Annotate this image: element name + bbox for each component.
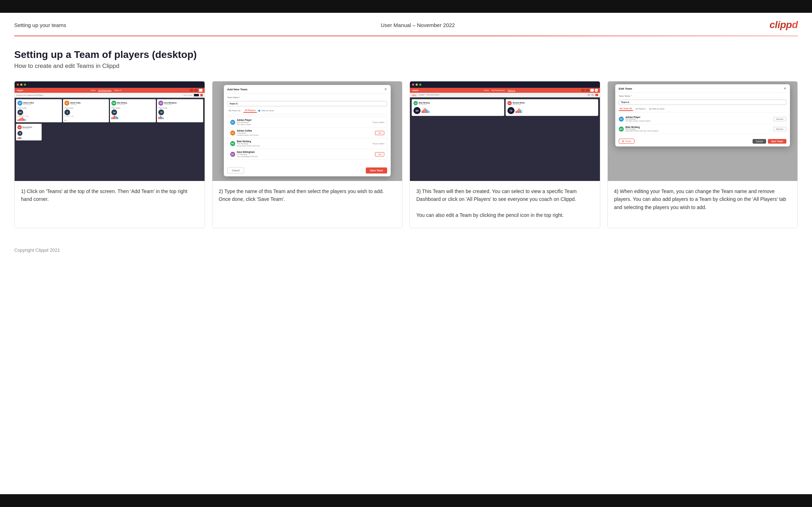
player-item-4: DB Dave Billingham 1.5 HandicapThe Gog M… bbox=[228, 149, 387, 159]
add-team-modal-screenshot: Add New Team ✕ Team Name * My Team (2) A… bbox=[212, 81, 402, 181]
header-center-text: User Manual – November 2022 bbox=[381, 22, 455, 28]
add-player-btn-2[interactable]: Add bbox=[375, 131, 384, 135]
team-name-label: Team Name * bbox=[227, 96, 387, 98]
edit-team-modal-screenshot: Edit Team ✕ Team Name * My Team (2) All … bbox=[608, 81, 798, 181]
player-club-3: Plus HandicapRoyal North Devon Golf Club bbox=[237, 143, 260, 147]
edit-modal-title: Edit Team bbox=[619, 87, 632, 90]
save-team-button-edit[interactable]: Save Team bbox=[768, 139, 786, 144]
player-avatar-2: AC bbox=[230, 130, 235, 135]
step-card-1: clippd Home My Performance Teams ▼ bbox=[14, 81, 205, 228]
edit-team-modal-box: Edit Team ✕ Team Name * My Team (2) All … bbox=[615, 84, 790, 146]
footer: Copyright Clippd 2021 bbox=[0, 242, 812, 258]
step-screenshot-4: Edit Team ✕ Team Name * My Team (2) All … bbox=[608, 81, 798, 181]
dashboard-screenshot: clippd Home My Performance Teams ▼ bbox=[15, 81, 205, 181]
edit-cancel-button[interactable]: Cancel bbox=[753, 139, 766, 144]
copyright-text: Copyright Clippd 2021 bbox=[14, 247, 60, 253]
top-bar bbox=[0, 0, 812, 13]
player-avatar-4: DB bbox=[230, 152, 235, 157]
bottom-bar bbox=[0, 494, 812, 507]
edit-player-item-1: AP Adrian Player Plus HandicapThe Shire … bbox=[619, 114, 786, 124]
modal-close-icon[interactable]: ✕ bbox=[384, 88, 387, 91]
player-avatar-1: AP bbox=[230, 120, 235, 125]
edit-player-name-1: Adrian Player bbox=[626, 116, 650, 118]
modal-footer: Cancel Save Team bbox=[224, 165, 391, 176]
page-subtitle: How to create and edit Teams in Clippd bbox=[14, 63, 798, 70]
edit-player-info-1: Plus HandicapThe Shire London, United Ki… bbox=[626, 118, 650, 122]
player-name-4: Dave Billingham bbox=[237, 151, 258, 153]
team-name-input[interactable] bbox=[227, 101, 387, 106]
tab-my-team[interactable]: My Team (2) bbox=[227, 109, 242, 112]
edit-team-name-input[interactable] bbox=[619, 100, 786, 105]
edit-filter-label: Filter by name bbox=[652, 108, 664, 110]
player-avatar-3: BM bbox=[230, 141, 235, 146]
edit-player-avatar-2: BM bbox=[619, 127, 624, 132]
clippd-logo: clippd bbox=[770, 19, 798, 31]
player-club-4: 1.5 HandicapThe Gog Magog Golf Club bbox=[237, 153, 258, 158]
player-item-1: AP Adrian Player Plus HandicapThe Shire … bbox=[228, 117, 387, 128]
player-status-1: Player Added bbox=[373, 121, 384, 123]
steps-grid: clippd Home My Performance Teams ▼ bbox=[14, 81, 798, 228]
header: Setting up your teams User Manual – Nove… bbox=[0, 13, 812, 36]
step-card-3: clippd Home My Performance Teams ▼ bbox=[410, 81, 600, 228]
step-screenshot-2: Add New Team ✕ Team Name * My Team (2) A… bbox=[212, 81, 402, 181]
player-item-2: AC Adrian Coliba 1 HandicapCentral Londo… bbox=[228, 128, 387, 138]
edit-player-name-2: Blair McHarg bbox=[626, 126, 659, 128]
remove-player-btn-1[interactable]: Remove bbox=[773, 117, 786, 121]
filter-checkbox[interactable] bbox=[258, 110, 260, 112]
player-status-3: Player Added bbox=[373, 143, 384, 145]
team-dashboard-screenshot: clippd Home My Performance Teams ▼ bbox=[410, 81, 600, 181]
modal-tabs: My Team (2) All Players Filter by name bbox=[227, 108, 387, 114]
edit-player-avatar-1: AP bbox=[619, 117, 624, 122]
modal-body: Team Name * My Team (2) All Players Filt… bbox=[224, 94, 391, 165]
edit-modal-header: Edit Team ✕ bbox=[615, 84, 790, 92]
delete-label: Delete bbox=[625, 140, 631, 142]
step-card-2: Add New Team ✕ Team Name * My Team (2) A… bbox=[212, 81, 403, 228]
step-card-4: Edit Team ✕ Team Name * My Team (2) All … bbox=[607, 81, 798, 228]
edit-player-info-2: Plus HandicapRoyal North Devon Golf Club… bbox=[626, 128, 659, 132]
cancel-button[interactable]: Cancel bbox=[227, 167, 244, 174]
delete-team-button[interactable]: 🗑 Delete bbox=[619, 139, 634, 144]
edit-team-name-label: Team Name * bbox=[619, 95, 786, 97]
player-list: AP Adrian Player Plus HandicapThe Shire … bbox=[227, 117, 387, 160]
save-team-button[interactable]: Save Team bbox=[366, 167, 387, 174]
step-2-text: 2) Type the name of this Team and then s… bbox=[212, 181, 402, 228]
step-3-desc2: You can also edit a Team by clicking the… bbox=[416, 212, 564, 218]
modal-header: Add New Team ✕ bbox=[224, 85, 391, 94]
player-name-1: Adrian Player bbox=[237, 119, 252, 121]
filter-by-name: Filter by name bbox=[258, 110, 274, 112]
step-3-text: 3) This Team will then be created. You c… bbox=[410, 181, 600, 228]
edit-tab-my-team[interactable]: My Team (2) bbox=[619, 107, 633, 111]
page-title: Setting up a Team of players (desktop) bbox=[14, 49, 798, 60]
step-screenshot-1: clippd Home My Performance Teams ▼ bbox=[15, 81, 205, 181]
player-item-3: BM Blair McHarg Plus HandicapRoyal North… bbox=[228, 138, 387, 149]
edit-tab-all-players[interactable]: All Players bbox=[634, 107, 647, 111]
edit-modal-close-icon[interactable]: ✕ bbox=[784, 87, 786, 90]
main-content: Setting up a Team of players (desktop) H… bbox=[0, 36, 812, 242]
step-screenshot-3: clippd Home My Performance Teams ▼ bbox=[410, 81, 600, 181]
step-3-desc1: 3) This Team will then be created. You c… bbox=[416, 188, 577, 202]
step-1-text: 1) Click on 'Teams' at the top of the sc… bbox=[15, 181, 205, 228]
player-club-2: 1 HandicapCentral London Golf Centre bbox=[237, 132, 259, 136]
player-name-3: Blair McHarg bbox=[237, 140, 260, 143]
player-club-1: Plus HandicapThe Shire London bbox=[237, 121, 252, 126]
edit-modal-footer: 🗑 Delete Cancel Save Team bbox=[615, 137, 790, 146]
modal-title: Add New Team bbox=[227, 88, 248, 91]
edit-modal-tabs: My Team (2) All Players Filter by name bbox=[619, 107, 786, 112]
edit-modal-body: Team Name * My Team (2) All Players Filt… bbox=[615, 92, 790, 137]
trash-icon: 🗑 bbox=[622, 140, 624, 142]
remove-player-btn-2[interactable]: Remove bbox=[773, 127, 786, 131]
edit-player-item-2: BM Blair McHarg Plus HandicapRoyal North… bbox=[619, 124, 786, 134]
add-player-btn-4[interactable]: Add bbox=[375, 152, 384, 156]
tab-all-players[interactable]: All Players bbox=[243, 108, 257, 113]
add-team-modal-box: Add New Team ✕ Team Name * My Team (2) A… bbox=[224, 85, 391, 176]
step-4-text: 4) When editing your Team, you can chang… bbox=[608, 181, 798, 228]
edit-filter-checkbox[interactable] bbox=[649, 108, 651, 110]
header-left-text: Setting up your teams bbox=[14, 22, 66, 28]
filter-label: Filter by name bbox=[261, 110, 274, 112]
player-name-2: Adrian Coliba bbox=[237, 129, 259, 132]
